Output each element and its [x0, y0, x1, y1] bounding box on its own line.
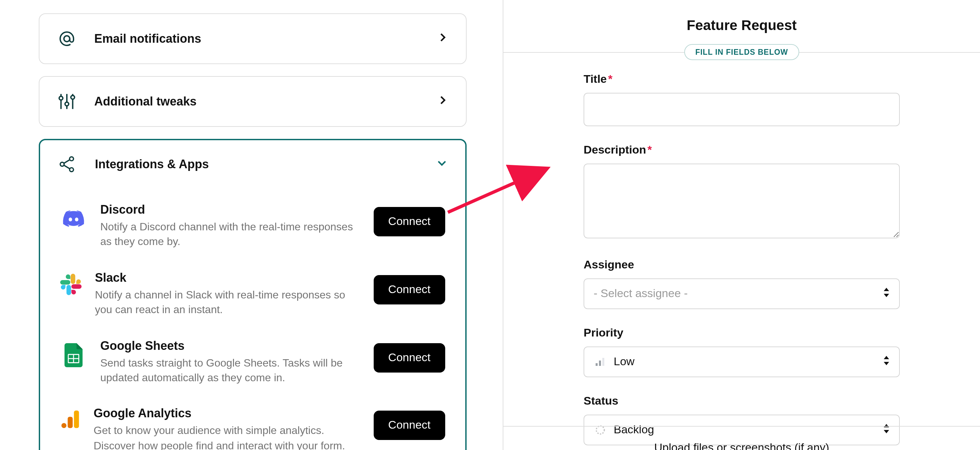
- card-title: Email notifications: [94, 32, 436, 46]
- at-sign-icon: [57, 29, 81, 49]
- svg-point-17: [62, 423, 67, 428]
- connect-button[interactable]: Connect: [373, 343, 445, 372]
- form-title: Feature Request: [503, 0, 980, 33]
- svg-rect-19: [599, 361, 601, 366]
- card-integrations-header[interactable]: Integrations & Apps: [40, 140, 465, 188]
- integration-title: Slack: [95, 271, 360, 285]
- integration-title: Google Sheets: [100, 339, 360, 353]
- title-label: Title*: [584, 73, 900, 86]
- status-label: Status: [584, 395, 900, 408]
- integration-desc: Notify a Discord channel with the real-t…: [100, 220, 360, 250]
- card-title: Integrations & Apps: [95, 157, 436, 171]
- svg-point-4: [65, 102, 69, 106]
- integration-desc: Send tasks straight to Google Sheets. Ta…: [100, 355, 360, 385]
- svg-point-21: [596, 426, 604, 434]
- svg-rect-20: [602, 358, 604, 366]
- form-body: Title* Description* Assignee - Select as…: [503, 53, 980, 445]
- chevron-down-icon: [436, 157, 448, 171]
- status-select[interactable]: Backlog: [584, 415, 900, 445]
- select-caret-icon: [883, 355, 890, 369]
- svg-point-7: [70, 157, 73, 161]
- google-analytics-icon: [60, 410, 80, 429]
- integration-desc: Notify a channel in Slack with real-time…: [95, 288, 360, 318]
- google-sheets-icon: [60, 342, 87, 368]
- svg-point-6: [71, 95, 75, 99]
- title-input[interactable]: [584, 93, 900, 126]
- integration-desc: Get to know your audience with simple an…: [94, 424, 360, 450]
- card-title: Additional tweaks: [94, 95, 436, 108]
- priority-label: Priority: [584, 326, 900, 340]
- connect-button[interactable]: Connect: [373, 275, 445, 304]
- select-caret-icon: [883, 423, 890, 437]
- field-status: Status Backlog: [584, 395, 900, 445]
- field-assignee: Assignee - Select assignee -: [584, 258, 900, 309]
- svg-point-0: [64, 36, 70, 42]
- discord-icon: [60, 206, 87, 232]
- svg-rect-15: [74, 410, 79, 428]
- status-value: Backlog: [614, 423, 890, 437]
- card-additional-tweaks[interactable]: Additional tweaks: [39, 76, 466, 127]
- integration-title: Discord: [100, 203, 360, 217]
- sliders-icon: [57, 92, 81, 111]
- integration-google-sheets: Google Sheets Send tasks straight to Goo…: [47, 328, 458, 396]
- assignee-label: Assignee: [584, 258, 900, 272]
- select-caret-icon: [883, 287, 890, 301]
- svg-point-2: [59, 97, 63, 100]
- field-title: Title*: [584, 73, 900, 126]
- upload-hint: Upload files or screenshots (if any): [503, 441, 980, 450]
- share-icon: [57, 155, 81, 174]
- priority-value: Low: [614, 355, 890, 369]
- svg-rect-18: [596, 363, 598, 366]
- integration-google-analytics: Google Analytics Get to know your audien…: [47, 396, 458, 450]
- integration-discord: Discord Notify a Discord channel with th…: [47, 192, 458, 260]
- connect-button[interactable]: Connect: [373, 207, 445, 236]
- chevron-right-icon: [436, 94, 449, 109]
- form-preview-panel: Feature Request FILL IN FIELDS BELOW Tit…: [503, 0, 980, 450]
- card-integrations-apps: Integrations & Apps Discord Notify a Dis…: [39, 139, 466, 450]
- svg-line-10: [64, 160, 70, 163]
- description-textarea[interactable]: [584, 163, 900, 238]
- integration-title: Google Analytics: [94, 407, 360, 421]
- settings-panel: Email notifications Additional tweaks: [39, 0, 466, 450]
- connect-button[interactable]: Connect: [373, 411, 445, 440]
- slack-icon: [60, 274, 81, 295]
- field-description: Description*: [584, 144, 900, 241]
- svg-rect-16: [68, 417, 73, 428]
- card-email-notifications[interactable]: Email notifications: [39, 13, 466, 64]
- field-priority: Priority Low: [584, 326, 900, 377]
- svg-point-8: [60, 162, 64, 166]
- svg-point-9: [70, 168, 73, 172]
- form-bottom-divider: [503, 426, 980, 427]
- assignee-select[interactable]: - Select assignee -: [584, 279, 900, 309]
- integrations-list: Discord Notify a Discord channel with th…: [40, 188, 465, 450]
- assignee-placeholder: - Select assignee -: [593, 287, 890, 301]
- description-label: Description*: [584, 144, 900, 157]
- chevron-right-icon: [436, 32, 449, 46]
- priority-select[interactable]: Low: [584, 347, 900, 377]
- svg-line-11: [64, 165, 70, 169]
- integration-slack: Slack Notify a channel in Slack with rea…: [47, 260, 458, 328]
- priority-low-icon: [593, 357, 607, 366]
